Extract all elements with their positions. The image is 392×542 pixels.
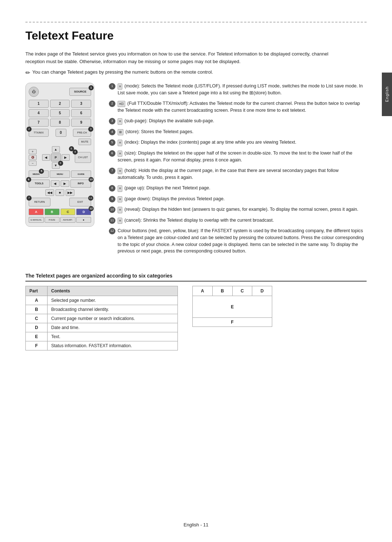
remote-diagram: ⏻ SOURCE 1 1 2 3 4 5 6 7 8 9: [25, 83, 94, 227]
color-btn-green: B: [45, 209, 60, 215]
badge-12: 12: [89, 206, 94, 211]
page-footer: English - 11: [0, 522, 392, 527]
num-6: 6: [71, 109, 91, 117]
source-button: SOURCE 1: [69, 88, 91, 96]
color-btn-red: A: [29, 209, 44, 215]
media-button: MEDIA 5: [29, 171, 49, 178]
vol-mute: 🔇: [29, 155, 37, 160]
menu-button: MENU: [50, 171, 70, 178]
page-container: English Teletext Feature The index page …: [0, 0, 392, 542]
categories-table: Part Contents A Selected page number. B …: [25, 286, 178, 350]
contents-f: Status information. FASTEXT information.: [48, 341, 178, 350]
desc-text-7: ≡ (hold): Holds the display at the curre…: [118, 167, 367, 181]
chlist-button: CH LIST 4: [75, 152, 91, 163]
table-row: E Text.: [26, 332, 178, 341]
desc-text-2: ≡⊡ (Full TTX/Double TTX/mix/off): Activa…: [118, 100, 367, 114]
table-row: C Current page number or search indicati…: [26, 314, 178, 323]
guide-button: GUIDE: [71, 171, 91, 178]
desc-item-4: 4 ⊞ (store): Stores the Teletext pages.: [109, 128, 367, 136]
nav-right: ▶: [62, 154, 70, 161]
desc-text-3: ≡ (sub-page): Displays the available sub…: [118, 118, 367, 125]
nav-up: ▲: [52, 146, 60, 153]
page-title: Teletext Feature: [25, 29, 367, 42]
desc-text-9: ≡ (page down): Displays the previous Tel…: [118, 196, 367, 203]
desc-text-1: ≡ (mode): Selects the Teletext mode (LIS…: [118, 83, 367, 97]
nav-left: ◀: [42, 154, 50, 161]
categories-layout: Part Contents A Selected page number. B …: [25, 286, 367, 350]
guide-label: GUIDE: [78, 173, 85, 175]
mute-button: MUTE: [78, 139, 91, 145]
prech-button: PRE-CH 3: [73, 129, 91, 137]
stop2-button: ■: [76, 217, 91, 223]
color-btn-blue: D 12: [76, 209, 91, 215]
desc-text-11: ≡ (cancel): Shrinks the Teletext display…: [118, 217, 367, 224]
contents-e: Text.: [48, 332, 178, 341]
color-btn-yellow: C: [61, 209, 75, 215]
rew-button: ◀◀: [45, 189, 54, 196]
descriptions: 1 ≡ (mode): Selects the Teletext mode (L…: [109, 83, 367, 259]
screen-diagram: A B C D E F: [192, 286, 272, 327]
note-text: You can change Teletext pages by pressin…: [32, 69, 213, 75]
source-label: SOURCE: [74, 90, 86, 93]
desc-item-3: 3 ≡ (sub-page): Displays the available s…: [109, 118, 367, 125]
note-line: ✏ You can change Teletext pages by press…: [25, 69, 367, 76]
num-1: 1: [29, 100, 49, 108]
tools-row: TOOLS 6 ◀ ▶ INFO 10: [29, 180, 91, 188]
tools-button: TOOLS 6: [29, 180, 50, 188]
main-content: ⏻ SOURCE 1 1 2 3 4 5 6 7 8 9: [25, 83, 367, 259]
screen-cell-b: B: [213, 286, 233, 296]
desc-num-5: 5: [109, 139, 115, 146]
info-button: INFO 10: [70, 180, 91, 188]
nav-cluster: ▲ ◀ P ▶ ▼ 9 8: [42, 146, 70, 169]
ttx-label: TTX/MIX: [34, 131, 44, 134]
desc-item-9: 9 ≡ (page down): Displays the previous T…: [109, 196, 367, 203]
numpad: 1 2 3 4 5 6 7 8 9: [29, 100, 91, 127]
desc-item-6: 6 ≡ (size): Displays the teletext on the…: [109, 150, 367, 164]
emanual-button: E-MANUAL: [29, 217, 44, 223]
desc-num-3: 3: [109, 118, 115, 124]
desc-num-12: 12: [109, 228, 115, 234]
badge-6: 6: [26, 177, 31, 182]
desc-text-6: ≡ (size): Displays the teletext on the u…: [118, 150, 367, 164]
desc-num-9: 9: [109, 196, 115, 202]
badge-3: 3: [88, 127, 93, 132]
screen-top-row: A B C D: [193, 286, 272, 296]
nav-center: P: [51, 153, 61, 161]
desc-text-12: Colour buttons (red, green, yellow, blue…: [118, 227, 367, 255]
play-pause-button: ▶: [61, 180, 69, 187]
desc-item-12: 12 Colour buttons (red, green, yellow, b…: [109, 227, 367, 255]
stop-button: ■: [56, 189, 64, 196]
info-label: INFO: [78, 182, 84, 185]
mute-row: MUTE: [29, 139, 91, 145]
num-3: 3: [71, 100, 91, 108]
num-0: 0: [56, 129, 66, 137]
part-b: B: [26, 305, 48, 314]
adsubt-button: AD/SUBT.: [60, 217, 75, 223]
screen-cell-a: A: [193, 286, 213, 296]
remote-top-row: ⏻ SOURCE 1: [29, 87, 91, 97]
screen-cell-d: D: [252, 286, 272, 296]
contents-c: Current page number or search indication…: [48, 314, 178, 323]
side-tab-label: English: [385, 86, 389, 102]
badge-7: 7: [26, 196, 32, 201]
bottom-buttons-row: E-MANUAL P.SIZE AD/SUBT. ■: [29, 217, 91, 223]
vol-up: +: [29, 149, 37, 154]
desc-text-8: ≡ (page up): Displays the next Teletext …: [118, 185, 367, 192]
desc-text-10: ≡ (reveal): Displays the hidden text (an…: [118, 206, 367, 213]
media-row: MEDIA 5 MENU GUIDE: [29, 171, 91, 178]
contents-b: Broadcasting channel identity.: [48, 305, 178, 314]
badge-5: 5: [39, 169, 44, 174]
return-exit-row: RETURN 7 EXIT 11: [29, 198, 91, 206]
side-tab: English: [382, 73, 392, 116]
return-button: RETURN 7: [29, 198, 50, 206]
fwd-button: ▶▶: [66, 189, 74, 196]
table-header-part: Part: [26, 286, 48, 296]
badge-1: 1: [89, 85, 94, 90]
contents-d: Date and time.: [48, 323, 178, 332]
desc-num-10: 10: [109, 206, 115, 213]
contents-a: Selected page number.: [48, 296, 178, 305]
desc-item-5: 5 ≡ (index): Displays the index (content…: [109, 139, 367, 146]
ttx-button: TTX/MIX 2: [29, 129, 49, 137]
screen-bottom-f: F: [193, 318, 272, 327]
desc-item-11: 11 ≡ (cancel): Shrinks the Teletext disp…: [109, 217, 367, 224]
